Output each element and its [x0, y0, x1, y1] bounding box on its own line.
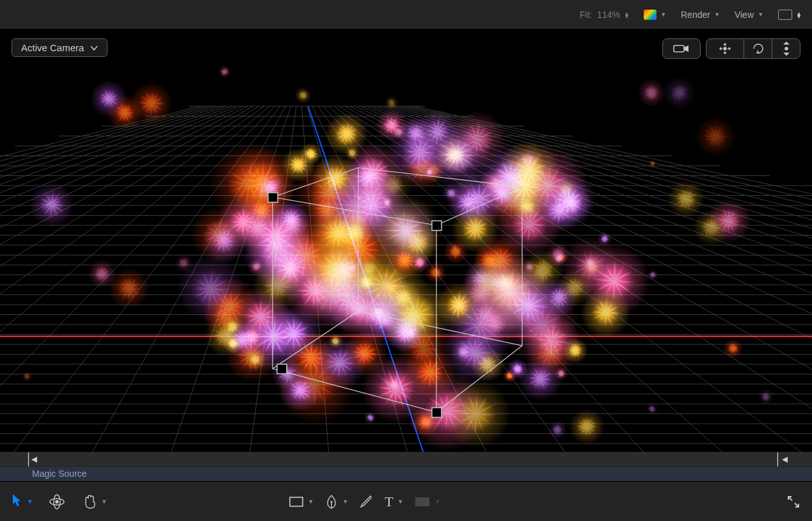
mask-rect-icon — [414, 496, 431, 508]
dolly-tool-button[interactable] — [772, 39, 800, 58]
svg-line-24 — [328, 106, 780, 452]
play-range-end-icon[interactable]: │◂ — [775, 452, 788, 466]
svg-point-99 — [331, 501, 333, 502]
fit-control[interactable]: Fit: 114% ▴▾ — [580, 10, 628, 20]
pen-tool[interactable]: ▾ — [324, 494, 347, 509]
svg-line-10 — [0, 106, 253, 452]
svg-line-23 — [323, 106, 691, 452]
chevron-down-icon — [90, 44, 98, 52]
3d-transform-tool[interactable] — [49, 493, 65, 510]
camera-icon-button[interactable] — [663, 39, 700, 58]
svg-line-38 — [404, 106, 812, 452]
stepper-arrows-icon: ▴▾ — [625, 12, 628, 18]
expand-arrows-icon — [786, 495, 800, 509]
create-tools: ▾ ▾ T ▾ ▾ — [289, 493, 439, 510]
fit-label: Fit: — [580, 10, 592, 20]
render-label: Render — [681, 10, 710, 20]
view-label: View — [735, 10, 754, 20]
svg-line-27 — [345, 106, 812, 452]
view-tools — [662, 38, 800, 59]
pan-arrows-icon — [717, 43, 733, 54]
chevron-down-icon: ▾ — [102, 497, 106, 506]
svg-rect-92 — [674, 45, 684, 52]
paint-tool[interactable] — [359, 495, 373, 509]
layout-menu[interactable]: ▴▾ — [778, 10, 800, 20]
transform-tools: ▾ ▾ — [12, 493, 106, 510]
svg-line-31 — [366, 106, 812, 452]
svg-line-7 — [0, 106, 237, 452]
text-T-icon: T — [385, 493, 393, 510]
svg-line-15 — [0, 106, 280, 452]
svg-rect-98 — [290, 497, 303, 506]
shape-tool[interactable]: ▾ — [289, 496, 313, 508]
selected-object-strip[interactable]: Magic Source — [0, 466, 812, 481]
chevron-down-icon: ▾ — [715, 10, 719, 19]
pen-icon — [324, 494, 338, 509]
view-transform-group — [706, 38, 800, 59]
svg-line-33 — [377, 106, 812, 452]
play-range-start-icon[interactable]: ▸│ — [24, 452, 37, 466]
chevron-down-icon: ▾ — [759, 10, 763, 19]
mini-timeline[interactable]: ▸│ │◂ — [0, 452, 812, 466]
top-toolbar: Fit: 114% ▴▾ ▾ Render ▾ View ▾ ▴▾ — [0, 0, 812, 29]
svg-line-11 — [0, 106, 259, 452]
view-menu[interactable]: View ▾ — [735, 10, 763, 20]
grid-floor — [0, 29, 812, 452]
bottom-toolbar: ▾ ▾ ▾ ▾ — [0, 481, 812, 521]
fullscreen-toggle[interactable] — [786, 495, 800, 509]
layout-rect-icon — [778, 10, 792, 20]
hand-tool[interactable]: ▾ — [82, 494, 106, 509]
orbit-tool-button[interactable] — [744, 39, 772, 58]
chevron-down-icon: ▾ — [344, 497, 347, 506]
rectangle-icon — [289, 496, 304, 508]
svg-line-22 — [318, 106, 601, 452]
svg-line-26 — [339, 106, 812, 452]
svg-line-13 — [0, 106, 269, 452]
svg-line-9 — [0, 106, 248, 452]
svg-line-6 — [0, 106, 232, 452]
chevron-down-icon: ▾ — [436, 497, 440, 506]
3d-gimbal-icon — [49, 493, 65, 510]
camera-icon — [672, 43, 691, 54]
color-swatch-icon — [644, 10, 657, 20]
pan-tool-button[interactable] — [706, 39, 744, 58]
orbit-icon — [752, 42, 765, 55]
svg-point-97 — [56, 501, 58, 503]
fit-value: 114% — [597, 10, 620, 20]
svg-line-5 — [0, 106, 227, 452]
selected-object-name: Magic Source — [32, 469, 87, 479]
svg-line-32 — [372, 106, 812, 452]
svg-point-93 — [724, 47, 726, 50]
svg-line-17 — [154, 106, 291, 452]
svg-line-30 — [361, 106, 812, 452]
svg-line-14 — [0, 106, 275, 452]
window-tools — [786, 495, 800, 509]
svg-line-12 — [0, 106, 264, 452]
svg-line-34 — [382, 106, 812, 452]
svg-line-4 — [0, 106, 221, 452]
camera-label: Active Camera — [21, 42, 84, 53]
text-tool[interactable]: T ▾ — [385, 493, 402, 510]
render-menu[interactable]: Render ▾ — [681, 10, 719, 20]
svg-point-94 — [785, 47, 788, 50]
select-tool[interactable]: ▾ — [12, 493, 32, 509]
svg-line-21 — [312, 106, 512, 452]
color-channel-menu[interactable]: ▾ — [644, 10, 665, 20]
arrow-cursor-icon — [12, 493, 22, 509]
hand-icon — [82, 494, 97, 509]
svg-rect-100 — [415, 497, 429, 506]
svg-line-0 — [0, 106, 200, 452]
svg-line-18 — [243, 106, 296, 452]
stepper-arrows-icon: ▴▾ — [797, 12, 800, 18]
chevron-down-icon: ▾ — [662, 10, 665, 19]
dolly-icon — [781, 42, 792, 56]
camera-reset-group — [662, 38, 701, 59]
canvas-viewport[interactable]: Active Camera — [0, 29, 812, 452]
camera-select[interactable]: Active Camera — [12, 38, 107, 57]
chevron-down-icon: ▾ — [309, 497, 313, 506]
chevron-down-icon: ▾ — [399, 497, 402, 506]
mask-tool: ▾ — [414, 496, 440, 508]
svg-line-36 — [393, 106, 812, 452]
svg-line-19 — [301, 106, 332, 452]
brush-icon — [359, 495, 373, 509]
